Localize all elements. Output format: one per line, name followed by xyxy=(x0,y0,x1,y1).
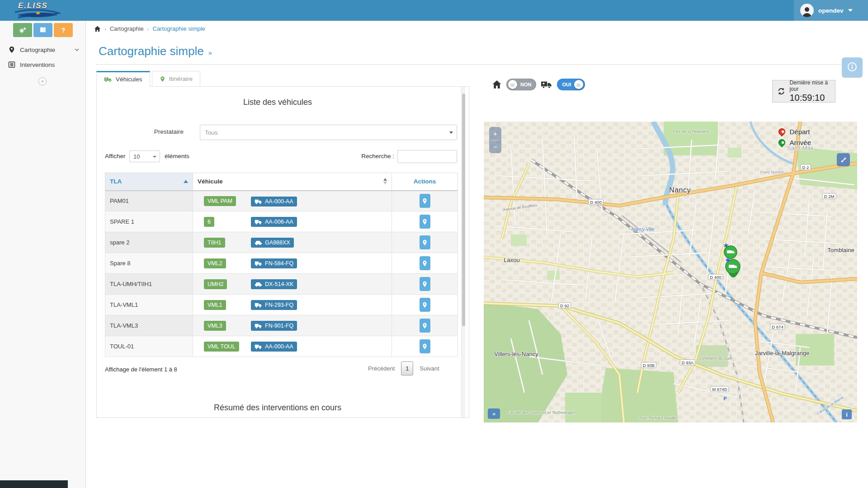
tab-itineraire[interactable]: Itinéraire xyxy=(152,71,201,87)
column-header-actions[interactable]: Actions xyxy=(392,173,458,191)
tab-vehicules[interactable]: Véhicules xyxy=(96,71,150,87)
show-label: Afficher xyxy=(105,153,126,160)
actions-cell xyxy=(392,211,458,232)
card-scrollbar[interactable] xyxy=(461,87,465,418)
toggle-label: OUI xyxy=(562,82,571,87)
map-panel-toggle-button[interactable]: » xyxy=(488,408,500,419)
prestataire-select[interactable]: Tous xyxy=(200,125,457,140)
locate-vehicle-button[interactable] xyxy=(420,277,430,291)
zoom-in-button[interactable]: + xyxy=(489,127,501,140)
vehicle-cell: VML3 FN-901-FQ xyxy=(193,315,392,336)
ambulance-icon xyxy=(541,80,552,89)
previous-page-button[interactable]: Précédent xyxy=(368,365,395,372)
column-header-vehicule[interactable]: Véhicule xyxy=(193,173,392,191)
ambulance-icon xyxy=(255,261,262,266)
map-pin-icon xyxy=(422,343,427,350)
map-layer-controls: ||| NON OUI ||| xyxy=(492,79,585,90)
vehicle-plate-badge: AA-006-AA xyxy=(251,217,297,227)
sidebar-item-interventions[interactable]: Interventions xyxy=(0,57,85,72)
app-logo[interactable]: E.LISS xyxy=(12,0,71,20)
page-length-select[interactable]: 10 xyxy=(129,150,160,162)
help-button[interactable]: ? xyxy=(54,23,73,37)
table-row: TLA-VML3 VML3 FN-901-F xyxy=(105,315,458,336)
page-number-button[interactable]: 1 xyxy=(401,361,413,375)
toggle-knob: ||| xyxy=(508,80,517,89)
tla-cell: TLA-VML1 xyxy=(105,295,193,315)
actions-cell xyxy=(392,315,458,336)
prestataire-row: Prestataire Tous xyxy=(97,125,458,140)
documentation-button[interactable] xyxy=(33,23,52,37)
plate-number: GA988XX xyxy=(265,239,290,246)
breadcrumb-item-current[interactable]: Cartographie simple xyxy=(153,25,205,32)
info-button[interactable] xyxy=(842,57,863,76)
sidebar-item-cartographie[interactable]: Cartographie xyxy=(0,42,85,57)
plate-number: FN-293-FQ xyxy=(265,302,293,308)
interventions-summary-title: Résumé des interventions en cours xyxy=(97,403,458,413)
map-legend: Départ Arrivée xyxy=(778,128,811,146)
locate-vehicle-button[interactable] xyxy=(420,235,430,249)
home-icon[interactable] xyxy=(94,26,101,32)
vehicles-table: TLA Véhicule Actions PAM01 xyxy=(105,173,458,357)
ambulance-icon xyxy=(255,344,262,349)
caret-down-icon xyxy=(848,9,853,12)
caret-down-icon xyxy=(153,156,156,158)
person-icon xyxy=(801,5,813,17)
last-update-label: Dernière mise à jour xyxy=(789,80,830,92)
map-fullscreen-button[interactable] xyxy=(837,153,850,166)
search-input[interactable] xyxy=(397,150,457,163)
user-menu[interactable]: opendev xyxy=(794,0,868,21)
sidebar-item-label: Cartographie xyxy=(20,47,55,53)
locate-vehicle-button[interactable] xyxy=(420,298,430,312)
column-header-tla[interactable]: TLA xyxy=(105,173,193,191)
vehicle-cell: VML2 FN-584-FQ xyxy=(193,253,392,274)
table-row: PAM01 VML PAM AA-000-A xyxy=(105,191,458,211)
logo-wave-icon xyxy=(12,8,61,20)
legend-depart: Départ xyxy=(778,128,811,136)
refresh-icon xyxy=(777,86,785,96)
map[interactable]: NancyLaxouVillers-lès-NancyJarville-la-M… xyxy=(484,122,857,422)
last-update-box[interactable]: Dernière mise à jour 10:59:10 xyxy=(772,80,835,103)
map-pin-icon xyxy=(422,198,427,204)
last-update-time: 10:59:10 xyxy=(789,93,830,103)
vehicle-plate-badge: FN-293-FQ xyxy=(251,300,297,310)
breadcrumb-item[interactable]: Cartographie xyxy=(110,25,144,32)
scrollbar-thumb[interactable] xyxy=(462,94,465,326)
zoom-out-button[interactable]: − xyxy=(489,141,501,154)
vehicle-cell: VML TOUL AA-000-AA xyxy=(193,336,392,357)
map-pin-icon xyxy=(422,323,427,329)
locate-vehicle-button[interactable] xyxy=(420,339,430,353)
map-attribution-button[interactable]: i xyxy=(842,409,852,419)
title-suffix: » xyxy=(208,49,212,56)
ambulance-icon xyxy=(255,323,262,328)
vehicles-list-title: Liste des véhicules xyxy=(97,98,458,107)
prestataire-label: Prestataire xyxy=(106,128,184,135)
tla-cell: Spare 8 xyxy=(105,253,193,274)
vehicles-layer-toggle[interactable]: OUI ||| xyxy=(557,79,585,90)
sidebar-collapse-button[interactable]: « xyxy=(38,77,47,85)
sort-asc-icon xyxy=(184,180,188,183)
tab-label: Itinéraire xyxy=(169,75,193,82)
next-page-button[interactable]: Suivant xyxy=(420,365,439,372)
locate-vehicle-button[interactable] xyxy=(420,194,430,208)
vehicle-table-body: PAM01 VML PAM AA-000-A xyxy=(105,191,458,357)
search-label: Recherche : xyxy=(350,153,394,160)
actions-cell xyxy=(392,295,458,315)
sort-icon xyxy=(383,178,387,184)
settings-button[interactable] xyxy=(13,23,32,37)
legend-label: Arrivée xyxy=(789,139,811,146)
home-icon xyxy=(492,80,502,89)
home-layer-toggle[interactable]: ||| NON xyxy=(506,79,536,90)
table-row: TLA-UMH/TIIH1 UMH2 DX- xyxy=(105,274,458,295)
locate-vehicle-button[interactable] xyxy=(420,215,430,229)
chevron-down-icon xyxy=(75,48,79,52)
map-pin-icon xyxy=(422,260,427,267)
toggle-knob: ||| xyxy=(574,80,583,89)
map-pin-icon xyxy=(422,239,427,246)
map-pin-icon xyxy=(422,281,427,287)
locate-vehicle-button[interactable] xyxy=(420,256,430,270)
locate-vehicle-button[interactable] xyxy=(420,319,430,333)
sidebar-footer-strip xyxy=(0,480,68,488)
title-separator xyxy=(96,64,860,65)
user-name: opendev xyxy=(818,7,844,14)
vehicle-type-badge: VML PAM xyxy=(204,196,236,206)
